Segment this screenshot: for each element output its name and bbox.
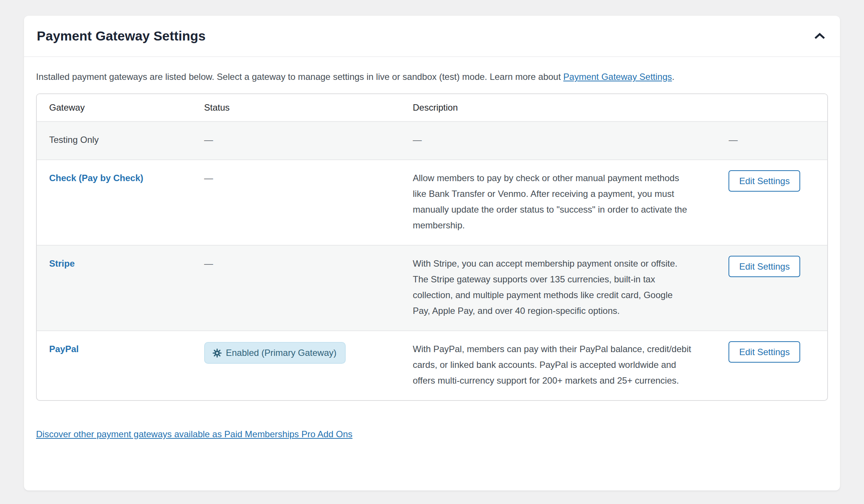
gateways-table-container: Gateway Status Description Testing Only … (36, 93, 828, 401)
column-header-status: Status (192, 94, 400, 121)
page-title: Payment Gateway Settings (37, 28, 206, 44)
description-value: With PayPal, members can pay with their … (413, 344, 691, 386)
payment-gateway-settings-doc-link[interactable]: Payment Gateway Settings (563, 72, 672, 82)
panel-body: Installed payment gateways are listed be… (24, 57, 840, 440)
column-header-gateway: Gateway (37, 94, 192, 121)
chevron-up-icon (814, 32, 826, 40)
intro-text-after: . (672, 72, 674, 82)
description-value: Allow members to pay by check or other m… (413, 173, 687, 230)
status-value: — (204, 173, 213, 183)
column-header-actions (704, 94, 827, 121)
edit-settings-button-paypal[interactable]: Edit Settings (729, 341, 800, 363)
payment-gateway-settings-panel: Payment Gateway Settings Installed payme… (24, 16, 840, 490)
edit-settings-button-stripe[interactable]: Edit Settings (729, 256, 800, 277)
intro-text-before: Installed payment gateways are listed be… (36, 72, 563, 82)
column-header-description: Description (400, 94, 704, 121)
table-row-testing-only: Testing Only — — — (37, 121, 827, 159)
table-header-row: Gateway Status Description (37, 94, 827, 121)
gateway-link-check[interactable]: Check (Pay by Check) (49, 173, 143, 183)
gateway-name: Testing Only (49, 135, 99, 145)
discover-addons-link[interactable]: Discover other payment gateways availabl… (36, 429, 352, 440)
gateway-link-paypal[interactable]: PayPal (49, 344, 79, 354)
status-badge: Enabled (Primary Gateway) (204, 342, 346, 364)
collapse-panel-button[interactable] (812, 30, 827, 42)
table-row-stripe: Stripe — With Stripe, you can accept mem… (37, 245, 827, 330)
status-value: — (204, 258, 213, 268)
edit-settings-button-check[interactable]: Edit Settings (729, 170, 800, 192)
intro-text: Installed payment gateways are listed be… (36, 70, 828, 83)
gateways-table: Gateway Status Description Testing Only … (37, 94, 827, 400)
table-row-paypal: PayPal (37, 330, 827, 400)
action-value: — (729, 135, 738, 145)
table-row-check: Check (Pay by Check) — Allow members to … (37, 159, 827, 245)
gateway-link-stripe[interactable]: Stripe (49, 258, 75, 268)
description-value: With Stripe, you can accept membership p… (413, 258, 677, 316)
status-badge-label: Enabled (Primary Gateway) (226, 346, 337, 359)
description-value: — (413, 135, 422, 145)
panel-header: Payment Gateway Settings (24, 16, 840, 57)
gear-icon (212, 348, 222, 358)
status-value: — (204, 135, 213, 145)
